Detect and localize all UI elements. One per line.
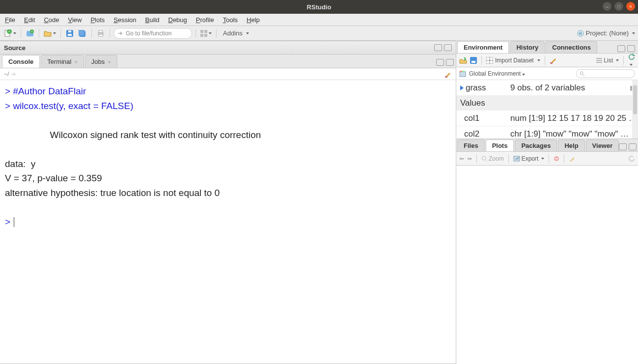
zoom-icon bbox=[481, 156, 487, 162]
expand-icon[interactable] bbox=[460, 85, 464, 90]
tab-plots[interactable]: Plots bbox=[486, 140, 514, 151]
env-value-row[interactable]: col1 num [1:9] 12 15 17 18 19 20 25 26 2… bbox=[456, 111, 638, 126]
close-icon[interactable]: × bbox=[108, 59, 111, 65]
svg-rect-15 bbox=[204, 30, 207, 33]
project-selector[interactable]: R Project: (None) bbox=[577, 29, 635, 37]
addins-menu[interactable]: Addins bbox=[220, 29, 252, 37]
env-scrollbar[interactable] bbox=[632, 80, 638, 139]
import-dataset-button[interactable]: Import Dataset bbox=[486, 57, 540, 64]
env-value-row[interactable]: col2 chr [1:9] "mow" "mow" "mow" "mow" .… bbox=[456, 126, 638, 139]
plots-area bbox=[456, 166, 638, 364]
menu-session[interactable]: Session bbox=[113, 16, 136, 24]
env-minimize-button[interactable] bbox=[617, 45, 625, 52]
menu-tools[interactable]: Tools bbox=[223, 16, 238, 24]
menu-code[interactable]: Code bbox=[44, 16, 59, 24]
path-arrow-icon bbox=[11, 72, 17, 77]
plot-prev-button[interactable]: ⬅ bbox=[459, 155, 464, 162]
svg-text:R: R bbox=[579, 31, 582, 36]
menu-plots[interactable]: Plots bbox=[90, 16, 105, 24]
window-title: RStudio bbox=[307, 3, 332, 11]
plots-refresh-button[interactable] bbox=[628, 155, 635, 162]
plots-minimize-button[interactable] bbox=[619, 143, 627, 150]
tab-jobs[interactable]: Jobs× bbox=[85, 55, 117, 68]
console-tabs: Console Terminal× Jobs× bbox=[0, 55, 456, 68]
svg-rect-14 bbox=[200, 30, 203, 33]
svg-rect-26 bbox=[550, 62, 553, 64]
clear-all-plots-button[interactable] bbox=[569, 156, 576, 162]
clear-console-button[interactable] bbox=[444, 70, 452, 78]
console-minimize-button[interactable] bbox=[436, 59, 444, 66]
console-working-dir: ~/ bbox=[4, 71, 9, 78]
source-pane-header: Source bbox=[0, 41, 456, 55]
menu-profile[interactable]: Profile bbox=[196, 16, 214, 24]
load-workspace-button[interactable] bbox=[459, 57, 467, 64]
env-scope-icon bbox=[459, 70, 466, 77]
tab-history[interactable]: History bbox=[510, 41, 545, 53]
menu-view[interactable]: View bbox=[68, 16, 82, 24]
source-label: Source bbox=[4, 44, 26, 52]
svg-text:+: + bbox=[8, 29, 11, 34]
export-button[interactable]: Export bbox=[513, 155, 545, 162]
svg-point-35 bbox=[482, 156, 486, 160]
window-title-bar: RStudio – □ × bbox=[0, 0, 638, 14]
tab-help[interactable]: Help bbox=[558, 140, 584, 151]
tab-connections[interactable]: Connections bbox=[546, 41, 597, 53]
remove-plot-button[interactable] bbox=[554, 156, 559, 162]
menu-edit[interactable]: Edit bbox=[24, 16, 35, 24]
menu-file[interactable]: File bbox=[5, 16, 15, 24]
svg-text:+: + bbox=[31, 30, 33, 33]
new-project-button[interactable]: + bbox=[25, 28, 35, 39]
plots-maximize-button[interactable] bbox=[629, 143, 637, 150]
main-toolbar: + + Go to file/function Addins R Project… bbox=[0, 26, 638, 41]
goto-arrow-icon bbox=[118, 31, 123, 36]
list-view-button[interactable]: List bbox=[596, 57, 619, 64]
console-maximize-button[interactable] bbox=[446, 59, 454, 66]
tab-terminal[interactable]: Terminal× bbox=[41, 55, 84, 68]
close-icon[interactable]: × bbox=[74, 59, 77, 65]
environment-scope-bar: Global Environment bbox=[456, 67, 638, 80]
svg-rect-37 bbox=[514, 156, 520, 161]
environment-tabs: Environment History Connections bbox=[456, 41, 638, 54]
menu-bar: File Edit Code View Plots Session Build … bbox=[0, 14, 638, 26]
window-close-button[interactable]: × bbox=[626, 2, 635, 11]
plot-next-button[interactable]: ➡ bbox=[467, 155, 472, 162]
svg-rect-7 bbox=[68, 34, 72, 36]
tab-console[interactable]: Console bbox=[2, 55, 40, 68]
menu-debug[interactable]: Debug bbox=[168, 16, 187, 24]
environment-list: grass 9 obs. of 2 variables ▦ Values col… bbox=[456, 80, 638, 139]
env-maximize-button[interactable] bbox=[627, 45, 635, 52]
save-all-button[interactable] bbox=[77, 28, 88, 39]
tab-files[interactable]: Files bbox=[457, 140, 485, 151]
goto-file-input[interactable]: Go to file/function bbox=[113, 28, 192, 39]
env-values-header: Values bbox=[456, 96, 638, 111]
window-maximize-button[interactable]: □ bbox=[614, 2, 623, 11]
tab-viewer[interactable]: Viewer bbox=[586, 140, 619, 151]
tab-environment[interactable]: Environment bbox=[457, 41, 509, 53]
refresh-button[interactable] bbox=[628, 54, 635, 67]
grid-view-button[interactable] bbox=[199, 28, 213, 39]
zoom-button[interactable]: Zoom bbox=[481, 155, 504, 162]
env-data-row[interactable]: grass 9 obs. of 2 variables ▦ bbox=[456, 80, 638, 96]
new-file-button[interactable]: + bbox=[3, 28, 17, 39]
source-minimize-button[interactable] bbox=[434, 44, 442, 51]
plots-tabs: Files Plots Packages Help Viewer bbox=[456, 139, 638, 152]
menu-help[interactable]: Help bbox=[247, 16, 260, 24]
env-search-input[interactable] bbox=[576, 69, 635, 78]
svg-rect-12 bbox=[99, 30, 103, 32]
open-file-button[interactable] bbox=[43, 28, 57, 39]
tab-packages[interactable]: Packages bbox=[515, 140, 557, 151]
svg-rect-16 bbox=[200, 34, 203, 37]
window-minimize-button[interactable]: – bbox=[603, 2, 611, 11]
menu-build[interactable]: Build bbox=[145, 16, 160, 24]
svg-rect-10 bbox=[79, 30, 84, 36]
console-path-bar: ~/ bbox=[0, 68, 456, 80]
print-button[interactable] bbox=[95, 28, 106, 39]
env-scope-selector[interactable]: Global Environment bbox=[469, 70, 525, 77]
svg-rect-17 bbox=[204, 34, 207, 37]
save-button[interactable] bbox=[64, 28, 75, 39]
grid-icon bbox=[486, 57, 493, 64]
source-maximize-button[interactable] bbox=[444, 44, 452, 51]
console-output[interactable]: > #Author DataFlair > wilcox.test(y, exa… bbox=[0, 80, 456, 364]
save-workspace-button[interactable] bbox=[470, 57, 477, 64]
clear-objects-button[interactable] bbox=[550, 57, 557, 64]
